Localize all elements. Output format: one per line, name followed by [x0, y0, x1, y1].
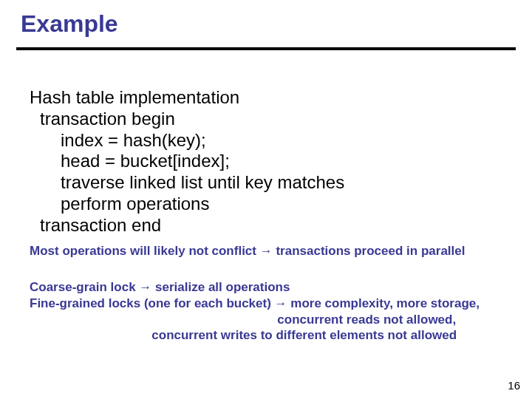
note-locks: Coarse-grain lock → serialize all operat…	[30, 279, 480, 344]
page-number: 16	[508, 379, 520, 392]
note-parallel: Most operations will likely not conflict…	[30, 244, 465, 259]
slide: Example Hash table implementation transa…	[0, 0, 532, 399]
code-line: transaction begin	[30, 109, 344, 130]
slide-title: Example	[21, 10, 118, 38]
code-line: head = bucket[index];	[30, 151, 344, 172]
title-rule	[16, 47, 516, 50]
code-block: Hash table implementation transaction be…	[30, 87, 344, 236]
note-line: concurrent reads not allowed,	[30, 312, 480, 328]
code-line: index = hash(key);	[30, 130, 344, 151]
note-line: Fine-grained locks (one for each bucket)…	[30, 296, 480, 312]
note-line: Coarse-grain lock → serialize all operat…	[30, 279, 480, 296]
code-line: transaction end	[30, 215, 344, 236]
code-line: traverse linked list until key matches	[30, 172, 344, 194]
code-line: perform operations	[30, 194, 344, 215]
code-line: Hash table implementation	[30, 87, 344, 109]
note-line: concurrent writes to different elements …	[30, 327, 480, 344]
